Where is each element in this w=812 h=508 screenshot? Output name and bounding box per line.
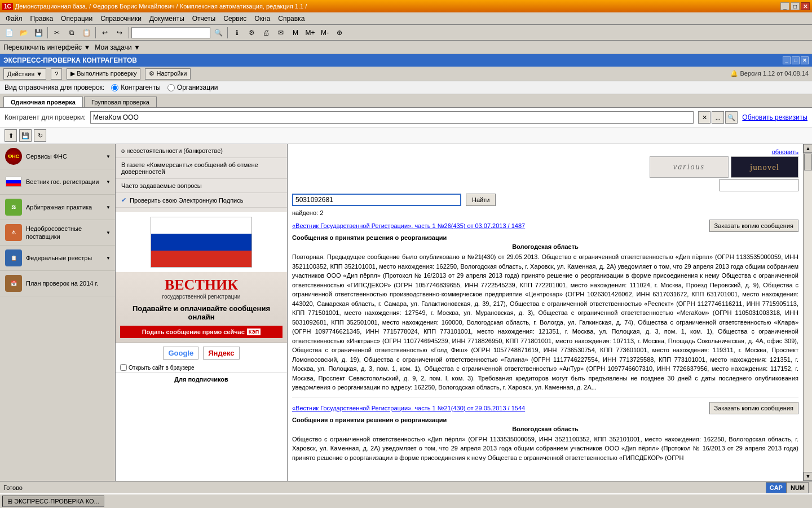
menu-references[interactable]: Справочники	[97, 14, 145, 24]
toolbar-undo[interactable]: ↩	[98, 27, 112, 39]
search-find-button[interactable]: Найти	[466, 194, 496, 206]
toolbar-search-btn[interactable]: 🔍	[211, 27, 225, 39]
main-content-area: обновить various junovel Найти найдено: …	[288, 144, 803, 481]
run-check-button[interactable]: ▶ Выполнить проверку	[67, 68, 140, 80]
settings-button[interactable]: ⚙ Настройки	[145, 68, 191, 80]
contractor-row: Контрагент для проверки: ✕ ... 🔍 Обновит…	[0, 108, 812, 128]
vestnik-cta1: Подавайте и оплачивайте сообщения онлайн	[120, 304, 283, 321]
sidebar-fns-arrow: ▼	[106, 154, 111, 159]
maximize-button[interactable]: □	[791, 2, 800, 10]
article1-link[interactable]: «Вестник Государственной Регистрации». ч…	[292, 222, 525, 229]
toolbar-search[interactable]	[131, 27, 210, 38]
window-close-btn[interactable]: ✕	[801, 56, 809, 64]
toolbar-menu[interactable]: M	[289, 27, 302, 39]
toolbar-mail[interactable]: ✉	[274, 27, 288, 39]
icon-btn-1[interactable]: ⬆	[5, 129, 17, 142]
google-btn[interactable]: Google	[163, 347, 198, 360]
window-header: ЭКСПРЕСС-ПРОВЕРКА КОНТРАГЕНТОВ _ □ ✕	[0, 54, 812, 67]
menu-operations[interactable]: Операции	[58, 14, 96, 24]
cap-indicator: CAP	[766, 482, 787, 493]
minimize-button[interactable]: _	[780, 2, 789, 10]
taskbar-item-main[interactable]: ⊞ ЭКСПРЕСС-ПРОВЕРКА КО...	[2, 496, 104, 507]
menu-reports[interactable]: Отчеты	[189, 14, 219, 24]
toolbar-settings[interactable]: ⚙	[245, 27, 258, 39]
scroll-track[interactable]	[804, 153, 812, 472]
scroll-thumb[interactable]	[804, 154, 812, 170]
toolbar-paste[interactable]: 📋	[80, 27, 93, 39]
captcha-input[interactable]	[720, 179, 798, 191]
menu-file[interactable]: Файл	[2, 14, 26, 24]
sidebar-item-unfair[interactable]: ⚠ Недобросовестные поставщики ▼	[0, 220, 115, 246]
contractor-dots-btn[interactable]: ...	[712, 111, 724, 124]
toolbar-new[interactable]: 📄	[2, 27, 16, 39]
sidebar-item-checks[interactable]: 📅 План проверок на 2014 г.	[0, 271, 115, 296]
yandex-btn[interactable]: Яндекс	[203, 347, 239, 360]
cap-badge: КЭП	[247, 329, 261, 335]
taskbar-item-label: ⊞ ЭКСПРЕСС-ПРОВЕРКА КО...	[7, 498, 99, 505]
calendar-icon: 📅	[5, 275, 22, 292]
app-logo: 1C	[2, 3, 13, 10]
radio-contractors[interactable]: Контрагенты	[111, 84, 161, 91]
window-minimize-btn[interactable]: _	[783, 56, 791, 64]
window-maximize-btn[interactable]: □	[792, 56, 800, 64]
sidebar-item-fns[interactable]: ФНС Сервисы ФНС ▼	[0, 144, 115, 169]
scroll-down-btn[interactable]: ▼	[804, 472, 812, 481]
actions-button[interactable]: Действия ▼	[3, 68, 46, 80]
menu-service[interactable]: Сервис	[220, 14, 250, 24]
badge-icon: 📋	[5, 249, 22, 266]
toolbar-m2[interactable]: M+	[303, 27, 317, 39]
toolbar-print[interactable]: 🖨	[259, 27, 273, 39]
captcha-row: обновить various junovel	[292, 148, 798, 191]
contractor-input[interactable]	[90, 111, 694, 124]
article2-body: Общество с ограниченной ответственностью…	[292, 435, 798, 463]
toolbar-redo[interactable]: ↪	[113, 27, 126, 39]
nav-item-bankruptcy[interactable]: о несостоятельности (банкротстве)	[116, 144, 287, 158]
toolbar-copy[interactable]: ⧉	[65, 27, 78, 39]
toolbar-sep2	[95, 27, 96, 38]
alert-icon: ⚠	[5, 224, 22, 241]
help-button[interactable]: ?	[51, 68, 62, 80]
nav-faq-label: Часто задаваемые вопросы	[121, 182, 202, 189]
toolbar-open[interactable]: 📂	[17, 27, 30, 39]
sidebar-item-arbitration[interactable]: ⚖ Арбитражная практика ▼	[0, 195, 115, 220]
search-engines: Google Яндекс	[116, 343, 287, 363]
toolbar-m3[interactable]: M-	[318, 27, 332, 39]
icon-btn-2[interactable]: 💾	[19, 129, 32, 142]
nav-bankruptcy-label: о несостоятельности (банкротстве)	[121, 147, 223, 154]
scroll-up-btn[interactable]: ▲	[804, 144, 812, 153]
contractor-search-btn[interactable]: 🔍	[725, 111, 738, 124]
icon-btn-3[interactable]: ↻	[34, 129, 46, 142]
toolbar-cut[interactable]: ✂	[50, 27, 64, 39]
close-button[interactable]: ✕	[801, 2, 810, 10]
sidebar-item-vestnik[interactable]: Вестник гос. регистрации ▼	[0, 169, 115, 195]
banner-area: ВЕСТНИК государственной регистрации Пода…	[116, 212, 287, 481]
menu-help[interactable]: Справка	[275, 14, 308, 24]
toolbar-save[interactable]: 💾	[32, 27, 45, 39]
nav-item-gazeta[interactable]: В газете «Коммерсантъ» сообщений об отме…	[116, 158, 287, 179]
search-inn-input[interactable]	[292, 194, 461, 206]
captcha-update-link[interactable]: обновить	[772, 148, 798, 155]
article2-link[interactable]: «Вестник Государственной Регистрации». ч…	[292, 405, 525, 411]
sidebar-arbitration-label: Арбитражная практика	[26, 203, 92, 211]
menu-documents[interactable]: Документы	[146, 14, 188, 24]
update-requisites-link[interactable]: Обновить реквизиты	[742, 113, 807, 121]
article2-order-btn[interactable]: Заказать копию сообщения	[709, 402, 798, 414]
article1-order-btn[interactable]: Заказать копию сообщения	[709, 220, 798, 232]
flag-icon	[6, 177, 21, 187]
contractor-clear-btn[interactable]: ✕	[698, 111, 710, 124]
switch-interface-link[interactable]: Переключить интерфейс ▼	[3, 43, 90, 51]
toolbar-m4[interactable]: ⊕	[333, 27, 346, 39]
sidebar-unfair-arrow: ▼	[106, 230, 111, 235]
radio-organizations[interactable]: Организации	[167, 84, 218, 91]
nav-item-ep[interactable]: ✔ Проверить свою Электронную Подпись	[116, 193, 287, 208]
sidebar-item-federal[interactable]: 📋 Федеральные реестры ▼	[0, 246, 115, 271]
vestnik-cta2-btn[interactable]: Подать сообщение прямо сейчас КЭП	[120, 326, 283, 338]
menu-edit[interactable]: Правка	[27, 14, 57, 24]
tab-single[interactable]: Одиночная проверка	[3, 97, 83, 107]
my-tasks-link[interactable]: Мои задачи ▼	[95, 43, 140, 51]
open-browser-checkbox[interactable]	[120, 364, 127, 371]
nav-item-faq[interactable]: Часто задаваемые вопросы	[116, 179, 287, 193]
tab-group[interactable]: Групповая проверка	[84, 97, 157, 107]
menu-windows[interactable]: Окна	[251, 14, 273, 24]
toolbar-info[interactable]: ℹ	[230, 27, 244, 39]
